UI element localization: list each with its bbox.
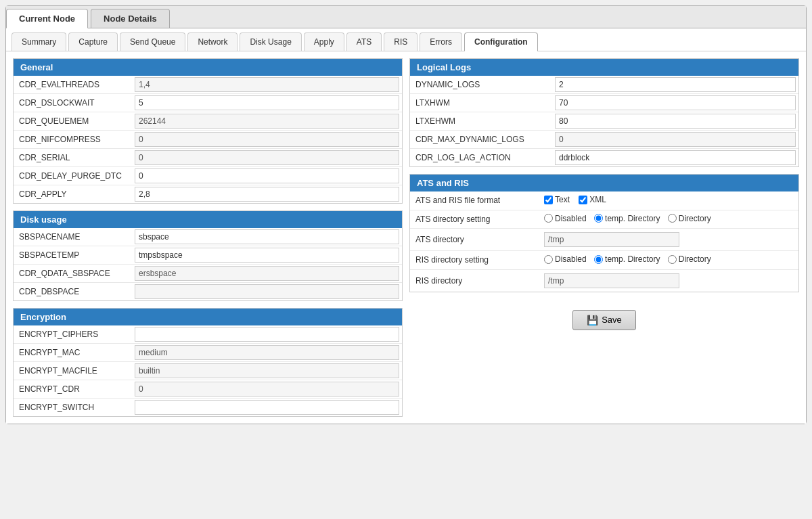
right-column: Logical Logs DYNAMIC_LOGS LTXHWM LTXEHWM… [409,58,799,417]
ris-directory-radio[interactable] [668,255,677,264]
save-button[interactable]: 💾 Save [572,310,636,330]
field-label-encrypt-switch: ENCRYPT_SWITCH [14,399,132,415]
tab-current-node[interactable]: Current Node [6,9,88,28]
tab-summary[interactable]: Summary [12,32,66,51]
ris-temp-radio[interactable] [594,255,603,264]
ats-file-format-value: Text XML [544,195,793,206]
field-label-cdr-delay-purge-dtc: CDR_DELAY_PURGE_DTC [14,168,132,184]
tab-configuration[interactable]: Configuration [464,32,538,51]
field-value-encrypt-switch [132,399,402,416]
top-tab-bar: Current Node Node Details [6,6,806,28]
table-row: DYNAMIC_LOGS [410,76,798,94]
field-label-cdr-nifcompress: CDR_NIFCOMPRESS [14,131,132,148]
field-value-cdr-dslockwait [132,94,402,112]
table-row: CDR_LOG_LAG_ACTION [410,149,798,166]
tab-node-details[interactable]: Node Details [91,9,170,28]
table-row: CDR_NIFCOMPRESS [14,131,402,149]
ris-directory-value [544,273,793,288]
table-row: ENCRYPT_MACFILE [14,362,402,380]
input-cdr-serial[interactable] [135,150,399,165]
ats-directory-input[interactable] [544,232,679,247]
xml-checkbox[interactable] [579,196,587,204]
field-value-cdr-evalthreads [132,76,402,93]
disk-usage-section: Disk usage SBSPACENAME SBSPACETEMP CDR_Q… [13,210,403,301]
field-value-dynamic-logs [552,76,798,93]
field-value-cdr-queuemem [132,112,402,130]
field-label-cdr-qdata-sbspace: CDR_QDATA_SBSPACE [14,265,132,281]
ats-directory-value [544,232,793,247]
input-ltxhwm[interactable] [555,95,796,110]
field-value-cdr-max-dynamic-logs [552,131,798,148]
encryption-header: Encryption [14,309,402,325]
ris-disabled-radio[interactable] [544,255,553,264]
ats-disabled-radio-label[interactable]: Disabled [544,214,587,223]
input-cdr-queuemem[interactable] [135,114,399,129]
ats-directory-radio[interactable] [668,214,677,223]
input-encrypt-macfile[interactable] [135,363,399,378]
ats-file-format-row: ATS and RIS file format Text XML [410,191,798,210]
input-sbspacetemp[interactable] [135,248,399,263]
table-row: CDR_APPLY [14,185,402,203]
ats-temp-radio-label[interactable]: temp. Directory [594,214,660,223]
logical-logs-header: Logical Logs [410,59,798,76]
tab-ats[interactable]: ATS [346,32,382,51]
text-checkbox[interactable] [544,196,553,204]
tab-disk-usage[interactable]: Disk Usage [240,32,301,51]
tab-apply[interactable]: Apply [304,32,344,51]
field-value-cdr-qdata-sbspace [132,265,402,282]
input-encrypt-cdr[interactable] [135,382,399,397]
table-row: CDR_MAX_DYNAMIC_LOGS [410,131,798,149]
ris-directory-setting-row: RIS directory setting Disabled temp. Dir… [410,251,798,270]
ats-directory-row: ATS directory [410,229,798,251]
tab-capture[interactable]: Capture [68,32,118,51]
field-value-cdr-nifcompress [132,131,402,148]
ris-temp-radio-label[interactable]: temp. Directory [594,254,660,264]
field-value-cdr-delay-purge-dtc [132,167,402,185]
input-cdr-max-dynamic-logs[interactable] [555,132,796,147]
tab-errors[interactable]: Errors [420,32,462,51]
input-ltxehwm[interactable] [555,114,796,129]
ris-disabled-radio-label[interactable]: Disabled [544,254,587,264]
ats-temp-radio[interactable] [594,214,603,223]
table-row: CDR_DBSPACE [14,283,402,300]
input-encrypt-ciphers[interactable] [135,327,399,342]
ris-directory-radio-label[interactable]: Directory [668,254,711,264]
ris-directory-label: RIS directory [415,276,544,286]
ats-directory-radio-label[interactable]: Directory [668,214,711,223]
input-encrypt-switch[interactable] [135,400,399,415]
input-cdr-dslockwait[interactable] [135,95,399,110]
input-cdr-qdata-sbspace[interactable] [135,266,399,281]
input-cdr-evalthreads[interactable] [135,77,399,92]
tab-network[interactable]: Network [187,32,238,51]
table-row: CDR_QDATA_SBSPACE [14,265,402,283]
field-value-encrypt-macfile [132,362,402,380]
field-label-dynamic-logs: DYNAMIC_LOGS [410,76,552,93]
xml-checkbox-label[interactable]: XML [579,195,606,204]
input-cdr-delay-purge-dtc[interactable] [135,168,399,183]
table-row: ENCRYPT_SWITCH [14,399,402,416]
ris-directory-input[interactable] [544,273,679,288]
text-checkbox-label[interactable]: Text [544,195,570,204]
table-row: SBSPACETEMP [14,246,402,265]
field-label-cdr-max-dynamic-logs: CDR_MAX_DYNAMIC_LOGS [410,131,552,148]
field-label-cdr-dbspace: CDR_DBSPACE [14,284,132,300]
table-row: CDR_DELAY_PURGE_DTC [14,167,402,185]
field-value-cdr-apply [132,185,402,203]
input-cdr-log-lag-action[interactable] [555,150,796,165]
input-cdr-apply[interactable] [135,187,399,202]
field-label-encrypt-ciphers: ENCRYPT_CIPHERS [14,326,132,342]
input-sbspacename[interactable] [135,229,399,244]
input-dynamic-logs[interactable] [555,77,796,92]
tab-ris[interactable]: RIS [384,32,418,51]
nav-tab-bar: Summary Capture Send Queue Network Disk … [6,28,806,51]
input-cdr-nifcompress[interactable] [135,132,399,147]
tab-send-queue[interactable]: Send Queue [120,32,185,51]
field-value-encrypt-ciphers [132,325,402,343]
ats-disabled-radio[interactable] [544,214,553,223]
input-cdr-dbspace[interactable] [135,284,399,299]
table-row: LTXEHWM [410,112,798,131]
field-value-encrypt-mac [132,344,402,361]
field-label-cdr-dslockwait: CDR_DSLOCKWAIT [14,95,132,111]
table-row: ENCRYPT_MAC [14,344,402,362]
input-encrypt-mac[interactable] [135,345,399,360]
